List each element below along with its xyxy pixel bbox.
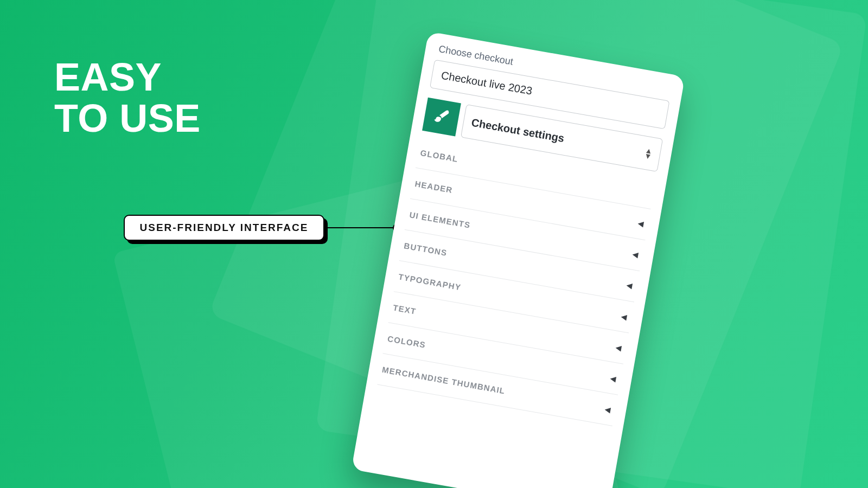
caret-left-icon: ◀ xyxy=(621,311,628,321)
settings-select-label: Checkout settings xyxy=(470,116,565,145)
callout-pill: USER-FRIENDLY INTERFACE xyxy=(124,215,324,241)
hero-line1: EASY xyxy=(54,56,201,98)
section-label: BUTTONS xyxy=(403,241,448,258)
caret-left-icon: ◀ xyxy=(637,219,644,228)
brush-icon-tile[interactable] xyxy=(422,98,461,137)
caret-left-icon: ◀ xyxy=(615,342,623,352)
section-label: TYPOGRAPHY xyxy=(398,272,462,292)
caret-left-icon: ◀ xyxy=(631,249,639,259)
sections-list: GLOBALHEADER◀UI ELEMENTS◀BUTTONS◀TYPOGRA… xyxy=(377,137,656,426)
caret-left-icon: ◀ xyxy=(626,280,634,290)
hero-line2: TO USE xyxy=(54,98,201,139)
leader-line xyxy=(324,227,396,228)
hero-headline: EASY TO USE xyxy=(54,56,201,139)
section-label: COLORS xyxy=(387,334,426,350)
section-label: TEXT xyxy=(392,303,417,316)
section-label: GLOBAL xyxy=(420,148,459,164)
promo-stage: EASY TO USE USER-FRIENDLY INTERFACE Choo… xyxy=(0,0,868,488)
caret-left-icon: ◀ xyxy=(604,404,612,414)
callout: USER-FRIENDLY INTERFACE xyxy=(124,215,324,241)
brush-icon xyxy=(432,106,451,127)
caret-left-icon: ◀ xyxy=(610,374,617,383)
section-label: HEADER xyxy=(414,179,453,195)
callout-label: USER-FRIENDLY INTERFACE xyxy=(140,222,309,234)
sort-icon: ▲▼ xyxy=(644,147,653,159)
checkout-select-value: Checkout live 2023 xyxy=(441,69,533,97)
section-label: UI ELEMENTS xyxy=(409,210,471,230)
